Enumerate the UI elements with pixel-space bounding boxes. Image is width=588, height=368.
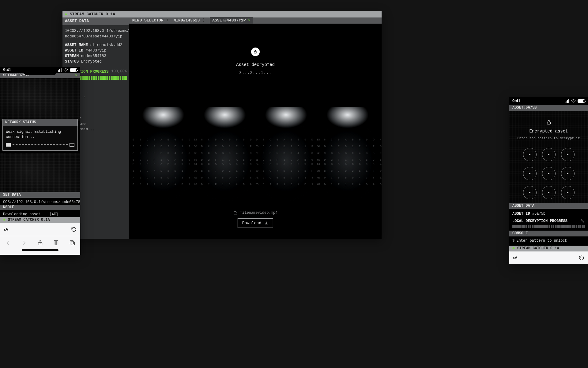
breadcrumb-asset-label: ASSET#44837Y1P <box>212 18 246 24</box>
breadcrumb: MIND SELECTOR 〉 MIND#143623 〉 ASSET#4483… <box>129 17 382 24</box>
mobile-app-titlebar: ✱ STREAM CATCHER 0.1A <box>0 217 80 223</box>
svg-rect-4 <box>61 68 62 72</box>
mobile-app-title: STREAM CATCHER 0.1A <box>8 217 50 223</box>
svg-rect-14 <box>547 122 550 124</box>
asset-name-label: ASSET NAME <box>65 43 88 47</box>
network-status-card: NETWORK STATUS Weak signal. Establishing… <box>2 119 78 151</box>
reload-button[interactable] <box>579 255 584 261</box>
pattern-dot[interactable] <box>561 148 575 161</box>
console-header-mobile: CONSOLE <box>509 231 588 236</box>
main-panel: MIND SELECTOR 〉 MIND#143623 〉 ASSET#4483… <box>129 17 382 239</box>
gear-icon: ✱ <box>3 217 6 223</box>
pattern-dot[interactable] <box>523 148 537 161</box>
share-button[interactable] <box>37 240 43 246</box>
notch <box>532 97 566 105</box>
node-icon <box>70 143 74 147</box>
file-icon <box>233 211 238 215</box>
titlebar: ✱ STREAM CATCHER 0.1A <box>62 11 382 17</box>
svg-rect-10 <box>566 101 567 102</box>
battery-icon <box>578 99 585 103</box>
status-icons <box>56 68 77 72</box>
gear-icon: ✱ <box>512 246 515 251</box>
mobile-url-bar: aA <box>509 251 588 264</box>
bookmarks-button[interactable] <box>53 240 59 246</box>
prompt-symbol: $ <box>512 239 514 243</box>
console-text: Enter pattern to unlock <box>516 239 567 243</box>
svg-rect-0 <box>254 52 257 53</box>
text-size-button[interactable]: aA <box>4 227 8 232</box>
asset-data-header-mobile: ASSET DATA <box>509 203 588 209</box>
network-status-header: NETWORK STATUS <box>3 119 77 126</box>
svg-rect-7 <box>70 240 73 244</box>
cell-signal-icon <box>56 68 62 72</box>
mobile-browser-chrome: aA <box>0 223 80 255</box>
mobile-tab-title: ASSET#6A75B <box>512 105 537 110</box>
mobile-url-bar: aA <box>0 223 80 236</box>
console-line-mobile: $Enter pattern to unlock <box>509 236 588 245</box>
pattern-dot[interactable] <box>561 167 575 180</box>
mobile-statusbar: 9:41 <box>0 67 80 73</box>
tabs-button[interactable] <box>69 240 76 246</box>
app-title: STREAM CATCHER 0.1A <box>70 12 115 17</box>
mobile-right: 9:41 ASSET#6A75B Encrypted asset Enter t… <box>509 97 588 264</box>
asset-stream-value: node#654783 <box>81 54 107 58</box>
chevron-right-icon: 〉 <box>203 18 207 24</box>
wifi-icon <box>63 68 68 72</box>
asset-id-label: ASSET ID <box>512 212 530 216</box>
network-status-msg: Weak signal. Establishing connection... <box>6 129 74 140</box>
file-name: filenamevideo.mp4 <box>240 210 277 216</box>
mobile-tab-bar: ASSET#6A75B <box>509 105 588 111</box>
asset-status-value: Encrypted <box>81 59 102 64</box>
breadcrumb-root[interactable]: MIND SELECTOR <box>132 18 163 24</box>
countdown-text: 3...2...1... <box>239 70 272 76</box>
pattern-dot[interactable] <box>523 167 537 180</box>
notch <box>23 67 57 75</box>
lock-title: Encrypted asset <box>529 128 568 134</box>
decryption-pct: 100,00% <box>111 69 127 74</box>
signal-noise-area <box>0 153 80 192</box>
pattern-dot[interactable] <box>523 186 537 199</box>
mobile-browser-chrome: aA <box>509 251 588 264</box>
status-time: 9:41 <box>512 98 520 104</box>
asset-path-mobile: COS://192.168.0.1/streams/node654783/ass… <box>0 198 80 205</box>
pattern-dot[interactable] <box>542 148 556 161</box>
forward-button[interactable] <box>21 240 28 246</box>
back-button[interactable] <box>5 240 11 246</box>
close-tab-icon[interactable]: ✕ <box>248 18 250 23</box>
desktop-body: ASSET DATA 10COS://192.168.0.1/streams/ … <box>62 17 382 239</box>
asset-preview-image <box>129 101 382 205</box>
breadcrumb-mind[interactable]: MIND#143623 <box>173 18 200 24</box>
mobile-statusbar: 9:41 <box>509 97 588 105</box>
close-tab-icon[interactable]: ✕ <box>75 73 77 78</box>
asset-id-label: ASSET ID <box>65 48 83 53</box>
pattern-dot[interactable] <box>561 186 575 199</box>
unlock-icon <box>251 48 260 56</box>
decrypted-title: Asset decrypted <box>236 62 275 68</box>
asset-name-value: siieoacisk.dd2 <box>90 43 123 47</box>
reload-button[interactable] <box>71 227 77 232</box>
download-icon <box>264 221 269 225</box>
breadcrumb-asset-active: ASSET#44837Y1P ✕ <box>210 17 253 24</box>
mobile-app-titlebar: ✱ STREAM CATCHER 0.1A <box>509 246 588 251</box>
wifi-icon <box>571 99 576 103</box>
decryption-pct: 0, <box>581 219 585 224</box>
gear-icon: ✱ <box>65 12 67 17</box>
console-header-mobile: NSOLE <box>0 205 80 210</box>
status-icons <box>564 99 585 103</box>
asset-path: 10COS://192.168.0.1/streams/ node654783/… <box>65 28 127 39</box>
asset-id-value: #6a75b <box>532 212 545 216</box>
home-indicator <box>0 249 80 255</box>
svg-rect-11 <box>567 100 568 103</box>
pattern-lock-area: Encrypted asset Enter the pattern to dec… <box>509 111 588 203</box>
pattern-dot[interactable] <box>542 167 556 180</box>
text-size-button[interactable]: aA <box>513 255 518 261</box>
decryption-label: LOCAL DECRYPTION PROGRESS <box>512 219 567 224</box>
desktop-window: ✱ STREAM CATCHER 0.1A ASSET DATA 10COS:/… <box>62 11 382 239</box>
download-button[interactable]: Download <box>238 218 273 228</box>
pattern-dot[interactable] <box>542 186 556 199</box>
lock-subtitle: Enter the pattern to decrypt it <box>517 136 580 141</box>
asset-id-value: #44837y1p <box>86 48 107 53</box>
pattern-grid[interactable] <box>523 148 575 199</box>
svg-point-13 <box>573 102 574 102</box>
asset-viewer: Asset decrypted 3...2...1... filenamevid… <box>129 24 382 239</box>
